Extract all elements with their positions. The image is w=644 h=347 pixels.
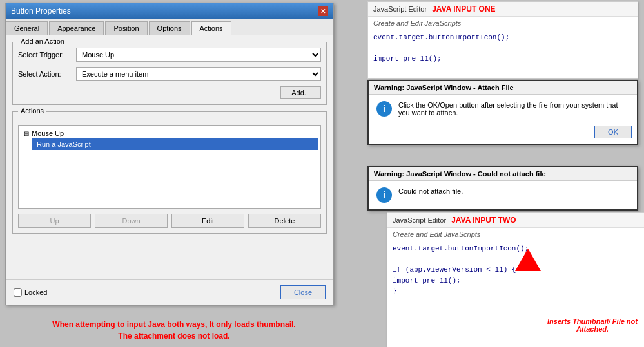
thumbnail-label: Inserts Thumbnail/ File not Attached. xyxy=(541,317,644,333)
info-icon-attach: i xyxy=(376,101,392,117)
warning-attach-title: Warning: JavaScript Window - Attach File xyxy=(369,81,637,95)
edit-button[interactable]: Edit xyxy=(171,214,244,228)
locked-checkbox[interactable]: Locked xyxy=(14,288,47,297)
dialog-titlebar: Button Properties ✕ xyxy=(6,3,333,19)
actions-group-label: Actions xyxy=(18,107,46,115)
warning-attach-body: i Click the OK/Open button after selecti… xyxy=(369,95,637,123)
down-button[interactable]: Down xyxy=(95,214,168,228)
dialog-footer: Locked Close xyxy=(6,279,333,305)
warning-could-not-message: Could not attach file. xyxy=(398,187,629,195)
js-editor-bottom-sublabel: Create and Edit JavaScripts xyxy=(387,228,644,241)
js-top-line2 xyxy=(373,43,632,54)
tab-options[interactable]: Options xyxy=(149,21,190,35)
js-bottom-line5: } xyxy=(393,286,644,297)
action-buttons-row: Up Down Edit Delete xyxy=(18,214,321,228)
tabs-bar: General Appearance Position Options Acti… xyxy=(6,19,333,35)
js-top-line3: import_pre_11(); xyxy=(373,53,632,64)
add-button[interactable]: Add... xyxy=(280,86,321,99)
dialog-close-button[interactable]: ✕ xyxy=(318,6,328,16)
info-icon-could-not: i xyxy=(376,187,392,203)
actions-list[interactable]: ⊟ Mouse Up Run a JavaScript xyxy=(18,125,321,209)
js-top-line1: event.target.buttonImportIcon(); xyxy=(373,32,632,43)
tab-position[interactable]: Position xyxy=(105,21,147,35)
ok-button-attach[interactable]: OK xyxy=(594,126,632,138)
js-bottom-line4: import_pre_11(); xyxy=(393,276,644,286)
trigger-label: Select Trigger: xyxy=(18,51,76,59)
tab-actions[interactable]: Actions xyxy=(191,21,231,35)
bottom-text-line2: The attachment does not load. xyxy=(6,330,342,342)
js-editor-top-sublabel: Create and Edit JavaScripts xyxy=(368,17,638,30)
locked-label: Locked xyxy=(24,288,47,296)
js-editor-top-badge: JAVA INPUT ONE xyxy=(432,5,495,14)
actions-group: Actions ⊟ Mouse Up Run a JavaScript Up D… xyxy=(12,111,327,234)
tree-child-item[interactable]: Run a JavaScript xyxy=(32,138,318,150)
locked-input[interactable] xyxy=(14,288,22,297)
close-dialog-button[interactable]: Close xyxy=(280,285,326,299)
dialog-content: Add an Action Select Trigger: Mouse Up S… xyxy=(6,35,333,247)
add-action-group: Add an Action Select Trigger: Mouse Up S… xyxy=(12,42,327,105)
warning-attach-footer: OK xyxy=(369,123,637,144)
trigger-row: Select Trigger: Mouse Up xyxy=(18,48,321,62)
action-row: Select Action: Execute a menu item xyxy=(18,67,321,81)
tree-parent-item: ⊟ Mouse Up xyxy=(21,128,318,138)
js-editor-bottom: JavaScript Editor JAVA INPUT TWO Create … xyxy=(387,212,644,347)
js-editor-bottom-badge: JAVA INPUT TWO xyxy=(451,216,516,225)
dialog-title: Button Properties xyxy=(11,6,71,15)
action-select[interactable]: Execute a menu item xyxy=(76,67,321,81)
bottom-text-line1: When attempting to input Java both ways,… xyxy=(6,319,342,330)
up-arrow-icon xyxy=(515,249,541,271)
up-button[interactable]: Up xyxy=(18,214,91,228)
warning-attach-message: Click the OK/Open button after selecting… xyxy=(398,101,629,117)
trigger-select[interactable]: Mouse Up xyxy=(76,48,321,62)
warning-could-not-body: i Could not attach file. xyxy=(369,181,637,209)
js-editor-bottom-header: JavaScript Editor JAVA INPUT TWO xyxy=(387,213,644,228)
warning-attach-dialog: Warning: JavaScript Window - Attach File… xyxy=(367,80,638,145)
button-properties-dialog: Button Properties ✕ General Appearance P… xyxy=(5,3,334,305)
warning-could-not-dialog: Warning: JavaScript Window - Could not a… xyxy=(367,166,638,211)
action-label: Select Action: xyxy=(18,70,76,78)
tab-appearance[interactable]: Appearance xyxy=(49,21,104,35)
bottom-text: When attempting to input Java both ways,… xyxy=(6,319,342,342)
tree-parent-label: Mouse Up xyxy=(32,129,64,137)
expand-icon: ⊟ xyxy=(24,130,29,137)
warning-could-not-title: Warning: JavaScript Window - Could not a… xyxy=(369,167,637,181)
js-editor-bottom-title: JavaScript Editor xyxy=(393,216,446,224)
tab-general[interactable]: General xyxy=(6,21,48,35)
add-action-label: Add an Action xyxy=(18,37,67,45)
delete-button[interactable]: Delete xyxy=(248,214,321,228)
js-editor-top: JavaScript Editor JAVA INPUT ONE Create … xyxy=(367,1,638,79)
js-editor-top-title: JavaScript Editor xyxy=(373,5,427,13)
right-panels: JavaScript Editor JAVA INPUT ONE Create … xyxy=(348,0,644,347)
js-editor-top-code: event.target.buttonImportIcon(); import_… xyxy=(368,30,638,67)
js-editor-top-header: JavaScript Editor JAVA INPUT ONE xyxy=(368,2,638,17)
